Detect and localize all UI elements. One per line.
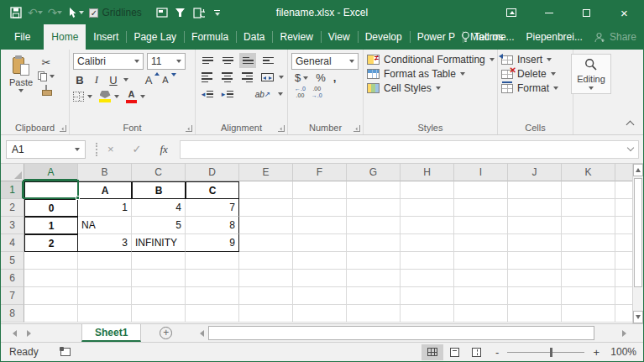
format-cells-button[interactable]: Format [501,82,569,94]
cell-H3[interactable] [401,217,454,234]
row-header-8[interactable]: 8 [1,305,24,323]
cell-C4[interactable]: INFINITY [132,234,186,252]
ribbon-display-options-button[interactable] [492,1,530,24]
minimize-button[interactable] [530,1,568,24]
cell-D7[interactable] [186,287,239,305]
insert-function-button[interactable]: fx [160,143,168,156]
copy-button[interactable] [38,71,55,81]
cell-H7[interactable] [401,287,454,305]
cell-I1[interactable] [454,181,508,199]
align-left-button[interactable] [199,70,216,85]
horizontal-scroll-thumb[interactable] [208,326,594,340]
tab-home[interactable]: Home [44,24,86,50]
cell-D6[interactable] [186,270,239,287]
cell-I7[interactable] [454,287,508,305]
row-header-2[interactable]: 2 [1,199,24,217]
user-account[interactable]: Piepenbrei... [526,31,583,43]
cell-K5[interactable] [562,252,615,270]
cell-G7[interactable] [347,287,401,305]
delete-cells-button[interactable]: ✕Delete [501,68,569,80]
window-button[interactable] [155,3,169,22]
maximize-button[interactable] [568,1,605,24]
zoom-slider[interactable] [507,352,584,353]
share-button[interactable]: Share [594,31,636,43]
save-button[interactable] [9,3,23,22]
cell-K1[interactable] [562,181,615,199]
cell-B8[interactable] [78,305,132,323]
cell-I8[interactable] [454,305,508,323]
cell-K3[interactable] [562,217,615,234]
horizontal-scroll-track[interactable] [594,326,618,340]
row-header-5[interactable]: 5 [1,252,24,270]
font-name-combo[interactable]: Calibri [73,53,144,70]
vertical-scroll-thumb[interactable] [634,178,642,287]
row-header-6[interactable]: 6 [1,270,24,287]
row-header-3[interactable]: 3 [1,217,24,234]
cell-E8[interactable] [239,305,293,323]
column-header-B[interactable]: B [78,164,132,181]
page-break-view-button[interactable] [465,344,487,360]
cell-J4[interactable] [508,234,562,252]
previous-sheet-button[interactable] [13,330,17,337]
zoom-slider-handle[interactable] [550,348,552,357]
row-header-7[interactable]: 7 [1,287,24,305]
cell-B1[interactable]: A [78,181,132,199]
cell-B7[interactable] [78,287,132,305]
cell-D3[interactable]: 8 [186,217,239,234]
close-button[interactable]: × [605,1,643,24]
cell-B2[interactable]: 1 [78,199,132,217]
cell-K2[interactable] [562,199,615,217]
cell-I6[interactable] [454,270,508,287]
cell-J8[interactable] [508,305,562,323]
cell-C3[interactable]: 5 [132,217,186,234]
cell-A6[interactable] [24,270,78,287]
qat-overflow-button[interactable] [211,3,224,22]
cell-C1[interactable]: B [132,181,186,199]
italic-button[interactable]: I [90,72,103,87]
scroll-right-button[interactable] [618,326,631,340]
cell-E4[interactable] [239,234,293,252]
cell-E6[interactable] [239,270,293,287]
page-layout-view-button[interactable] [443,344,465,360]
cell-F6[interactable] [293,270,347,287]
column-header-I[interactable]: I [454,164,508,181]
cell-B5[interactable] [78,252,132,270]
cut-button[interactable]: ✂ [38,57,55,68]
insert-cells-button[interactable]: Insert [501,54,569,66]
bold-button[interactable]: B [73,72,86,87]
cell-C8[interactable] [132,305,186,323]
cell-B4[interactable]: 3 [78,234,132,252]
enter-button[interactable]: ✓ [133,143,142,155]
cell-F2[interactable] [293,199,347,217]
cell-J6[interactable] [508,270,562,287]
align-right-button[interactable] [239,70,256,85]
cell-J5[interactable] [508,252,562,270]
conditional-formatting-button[interactable]: Conditional Formatting [367,54,494,66]
cell-A8[interactable] [24,305,78,323]
cell-I2[interactable] [454,199,508,217]
cell-C5[interactable] [132,252,186,270]
column-header-C[interactable]: C [132,164,186,181]
increase-decimal-button[interactable]: ←.0.00 [295,86,306,98]
cell-E1[interactable] [239,181,293,199]
number-dialog-launcher-icon[interactable] [353,125,360,132]
decrease-indent-button[interactable]: ◂ [199,87,216,102]
cell-G3[interactable] [347,217,401,234]
row-header-1[interactable]: 1 [1,181,24,199]
undo-button[interactable]: ↶ [28,3,43,22]
cell-D5[interactable] [186,252,239,270]
zoom-out-button[interactable]: - [495,346,499,359]
column-header-F[interactable]: F [293,164,347,181]
cell-D1[interactable]: C [186,181,239,199]
cell-E2[interactable] [239,199,293,217]
gridlines-toggle[interactable]: ✓ Gridlines [89,3,141,22]
cell-A7[interactable] [24,287,78,305]
sheet-tab-sheet1[interactable]: Sheet1 [81,324,141,342]
clipboard-dialog-launcher-icon[interactable] [60,125,66,132]
cell-H8[interactable] [401,305,454,323]
formula-input[interactable] [180,140,639,159]
horizontal-scrollbar[interactable] [196,326,631,340]
format-as-table-button[interactable]: Format as Table [367,68,494,80]
filter-button[interactable] [174,3,187,22]
cell-J7[interactable] [508,287,562,305]
